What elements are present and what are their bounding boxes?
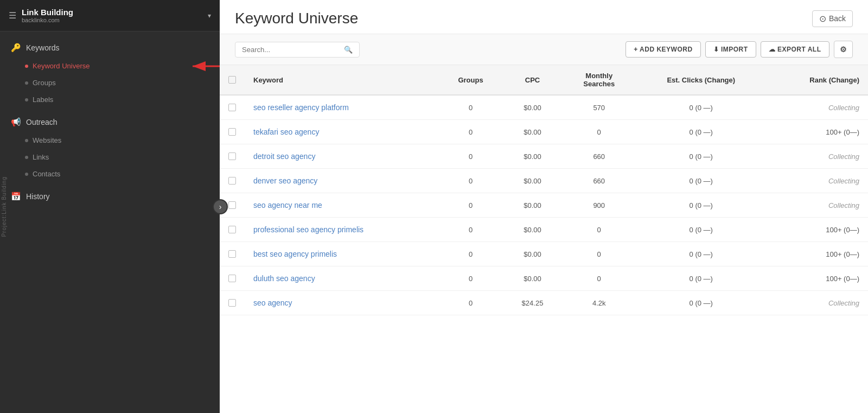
row-checkbox[interactable] [228,275,236,282]
websites-label: Websites [33,136,61,144]
header-cpc: CPC [503,65,562,95]
row-cpc: $0.00 [503,193,562,218]
sidebar-item-keywords[interactable]: 🔑 Keywords [0,38,220,58]
row-checkbox[interactable] [228,299,236,307]
row-est-clicks: 0 (0 —) [636,169,766,193]
sidebar-item-contacts[interactable]: Contacts [0,166,220,182]
row-monthly-searches: 660 [562,144,636,169]
row-est-clicks: 0 (0 —) [636,218,766,242]
history-icon: 📅 [11,192,21,201]
search-input[interactable] [242,46,340,54]
keyword-table: Keyword Groups CPC MonthlySearches Est. … [220,65,868,315]
row-groups: 0 [438,218,503,242]
outreach-section: 📢 Outreach Websites Links Contacts [0,112,220,182]
settings-icon: ⚙ [840,45,847,54]
sidebar-item-websites[interactable]: Websites [0,132,220,149]
export-all-button[interactable]: ☁ EXPORT ALL [761,41,829,58]
row-monthly-searches: 0 [562,120,636,144]
row-monthly-searches: 0 [562,218,636,242]
row-keyword[interactable]: denver seo agency [245,169,438,193]
row-cpc: $0.00 [503,242,562,266]
row-keyword[interactable]: professional seo agency primelis [245,218,438,242]
row-groups: 0 [438,266,503,291]
row-groups: 0 [438,95,503,120]
search-box[interactable]: 🔍 [235,42,360,58]
export-all-label: ☁ EXPORT ALL [769,46,821,53]
project-info: Link Building backlinko.com [22,8,73,23]
row-keyword[interactable]: seo agency [245,291,438,315]
back-button[interactable]: ⊙ Back [812,10,853,27]
row-rank: Collecting [766,291,868,315]
row-keyword[interactable]: seo reseller agency platform [245,95,438,120]
row-checkbox[interactable] [228,226,236,233]
row-est-clicks: 0 (0 —) [636,95,766,120]
import-label: ⬇ IMPORT [713,46,748,53]
row-checkbox[interactable] [228,250,236,258]
row-rank: 100+ (0—) [766,242,868,266]
main-content: Keyword Universe ⊙ Back 🔍 + ADD KEYWORD … [220,0,868,413]
row-groups: 0 [438,120,503,144]
hamburger-icon[interactable]: ☰ [9,10,16,21]
chevron-down-icon[interactable]: ▾ [208,12,211,20]
row-monthly-searches: 660 [562,169,636,193]
row-keyword[interactable]: tekafari seo agency [245,120,438,144]
row-keyword[interactable]: detroit seo agency [245,144,438,169]
table-row: seo agency 0 $24.25 4.2k 0 (0 —) Collect… [220,291,868,315]
table-row: seo agency near me 0 $0.00 900 0 (0 —) C… [220,193,868,218]
sidebar-item-keyword-universe[interactable]: Keyword Universe [0,58,220,74]
row-checkbox-cell [220,218,245,242]
row-rank: Collecting [766,193,868,218]
row-groups: 0 [438,291,503,315]
sidebar-nav: 🔑 Keywords Keyword Universe [0,31,220,413]
row-rank: Collecting [766,144,868,169]
row-checkbox[interactable] [228,201,236,209]
settings-button[interactable]: ⚙ [834,41,853,58]
groups-dot [25,81,28,85]
sidebar-collapse-button[interactable]: › [213,199,228,214]
header-est-clicks: Est. Clicks (Change) [636,65,766,95]
sidebar-item-groups[interactable]: Groups [0,74,220,91]
row-keyword[interactable]: best seo agency primelis [245,242,438,266]
row-checkbox[interactable] [228,177,236,185]
add-keyword-button[interactable]: + ADD KEYWORD [626,41,700,58]
row-checkbox-cell [220,120,245,144]
row-keyword[interactable]: duluth seo agency [245,266,438,291]
row-checkbox[interactable] [228,153,236,160]
header-checkbox[interactable] [228,76,236,84]
row-checkbox[interactable] [228,104,236,111]
project-domain: backlinko.com [22,17,73,23]
history-section: 📅 History [0,187,220,206]
sidebar-item-outreach[interactable]: 📢 Outreach [0,112,220,132]
import-button[interactable]: ⬇ IMPORT [705,41,756,58]
row-cpc: $0.00 [503,218,562,242]
outreach-label: Outreach [26,118,58,126]
contacts-label: Contacts [33,170,60,178]
row-monthly-searches: 570 [562,95,636,120]
row-monthly-searches: 0 [562,242,636,266]
header-groups: Groups [438,65,503,95]
row-rank: 100+ (0—) [766,120,868,144]
keywords-section: 🔑 Keywords Keyword Universe [0,38,220,108]
add-keyword-label: + ADD KEYWORD [634,46,692,53]
sidebar-item-history[interactable]: 📅 History [0,187,220,206]
row-checkbox[interactable] [228,128,236,136]
row-keyword[interactable]: seo agency near me [245,193,438,218]
main-header: Keyword Universe ⊙ Back [220,0,868,34]
table-body: seo reseller agency platform 0 $0.00 570… [220,95,868,315]
row-cpc: $24.25 [503,291,562,315]
sidebar-item-links[interactable]: Links [0,149,220,166]
sidebar-header: ☰ Link Building backlinko.com ▾ [0,0,220,31]
table-row: detroit seo agency 0 $0.00 660 0 (0 —) C… [220,144,868,169]
row-cpc: $0.00 [503,95,562,120]
collapse-icon: › [219,202,222,211]
table-row: best seo agency primelis 0 $0.00 0 0 (0 … [220,242,868,266]
row-monthly-searches: 4.2k [562,291,636,315]
row-cpc: $0.00 [503,169,562,193]
red-arrow-indicator [187,55,220,77]
row-est-clicks: 0 (0 —) [636,242,766,266]
header-monthly-searches: MonthlySearches [562,65,636,95]
toolbar-left: 🔍 [235,42,360,58]
sidebar-item-labels[interactable]: Labels [0,91,220,108]
row-checkbox-cell [220,95,245,120]
row-checkbox-cell [220,291,245,315]
